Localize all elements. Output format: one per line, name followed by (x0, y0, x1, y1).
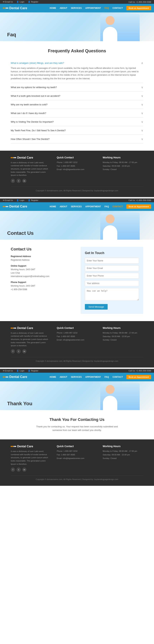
faq-question-5[interactable]: Why is Visiting The Dentist So Important… (11, 120, 143, 124)
contact-footer-fax: Fax: 1-800-587-8585 (57, 335, 97, 338)
faq-arrow-6: ∨ (141, 129, 143, 132)
faq-question-7[interactable]: How Often Should I See The Dentist? ∨ (11, 137, 143, 141)
form-phone-input[interactable] (85, 273, 139, 279)
thankyou-twitter-icon[interactable]: t (16, 468, 21, 472)
faq-arrow-2: ∨ (141, 94, 143, 98)
nav-appointment[interactable]: APPOINTMENT (85, 7, 101, 9)
thankyou-nav-home[interactable]: HOME (50, 376, 56, 378)
thankyou-title: Thank You For Contacting Us (11, 417, 143, 422)
thankyou-nav-contact[interactable]: CONTACT (112, 376, 123, 378)
form-send-button[interactable]: Send Message (85, 304, 108, 310)
contact-navbar: Dental Care HOME ABOUT SERVICES APPOINTM… (0, 202, 154, 211)
contact-address-value: Registered Address (11, 258, 74, 262)
nav-home[interactable]: HOME (50, 7, 56, 9)
thankyou-nav-about[interactable]: ABOUT (60, 376, 67, 378)
thankyou-topbar: ✉ Email Us 👤 Login 👤 Register Call Us: +… (0, 369, 154, 373)
contact-footer-contact-title: Quick Contact (57, 326, 97, 329)
contact-register-link[interactable]: 👤 Register (28, 199, 38, 202)
contact-doctor-image (100, 213, 140, 240)
thankyou-facebook-icon[interactable]: f (11, 468, 15, 472)
nav-services[interactable]: SERVICES (71, 7, 82, 9)
faq-question-6[interactable]: My Teeth Feel Fine, Do I Still Need To S… (11, 129, 143, 132)
thankyou-nav-links: HOME ABOUT SERVICES APPOINTMENT FAQ CONT… (50, 375, 151, 379)
contact-hero-banner: Contact Us (0, 211, 154, 240)
contact-phone-number: +1 800-258-5588 (11, 288, 74, 291)
contact-hero-title: Contact Us (7, 230, 34, 236)
form-email-input[interactable] (85, 265, 139, 271)
contact-instagram-icon[interactable]: in (22, 349, 26, 354)
contact-nav-appointment[interactable]: APPOINTMENT (85, 205, 101, 208)
contact-book-appointment-button[interactable]: Book an Appointment (126, 204, 151, 209)
thankyou-footer-copyright: Copyright © domainname.com, All Rights R… (11, 475, 143, 480)
footer-fax: Fax: 1-800-587-8585 (57, 164, 97, 168)
contact-login-link[interactable]: 👤 Login (16, 199, 24, 202)
contact-facebook-icon[interactable]: f (11, 349, 15, 354)
footer-hours-sunday: Sunday: Closed (103, 168, 143, 171)
book-appointment-button[interactable]: Book an Appointment (126, 6, 151, 10)
faq-arrow-3: ∨ (141, 103, 143, 106)
form-title: Get In Touch (85, 251, 139, 255)
faq-question-1[interactable]: What are my options for whitening my tee… (11, 86, 143, 89)
contact-phone-label: Phone Support (11, 281, 74, 284)
form-name-input[interactable] (85, 258, 139, 264)
contact-footer-brand-col: Dental Care It uses a dictionary of over… (11, 326, 51, 354)
topbar-right: Call Us: +1-800-358-5588 (129, 1, 151, 3)
thankyou-nav-faq[interactable]: FAQ (105, 376, 109, 378)
facebook-icon[interactable]: f (11, 179, 15, 183)
form-message-input[interactable] (85, 288, 139, 300)
contact-footer-description: It uses a dictionary of over Latin word,… (11, 332, 51, 347)
faq-item-6: My Teeth Feel Fine, Do I Still Need To S… (11, 126, 143, 135)
nav-about[interactable]: ABOUT (60, 7, 67, 9)
login-link[interactable]: 👤 Login (16, 1, 24, 3)
thankyou-footer-contact-title: Quick Contact (57, 445, 97, 448)
thankyou-nav-appointment[interactable]: APPOINTMENT (85, 376, 101, 378)
form-address-input[interactable] (85, 280, 139, 286)
footer-social: f t in (11, 179, 51, 183)
faq-item-7: How Often Should I See The Dentist? ∨ (11, 135, 143, 144)
contact-phone-hours: Working hours: 24/5 GMT (11, 284, 74, 288)
phone-number: Call Us: +1-800-358-5588 (129, 1, 151, 3)
faq-question-0[interactable]: What is amalgam (silver) fillings, and a… (11, 61, 143, 65)
twitter-icon[interactable]: t (16, 179, 21, 183)
thankyou-topbar-left: ✉ Email Us 👤 Login 👤 Register (3, 370, 40, 372)
faq-item-0: What is amalgam (silver) fillings, and a… (11, 59, 143, 83)
faq-item-2: What if a tooth gets knocked out in an a… (11, 92, 143, 100)
register-link[interactable]: 👤 Register (28, 1, 38, 3)
faq-footer: Dental Care It uses a dictionary of over… (0, 151, 154, 197)
contact-footer-hours-weekday: Monday to Friday: 08:00 AM - 17:00 pm (103, 331, 143, 335)
footer-hours-col: Working Hours Monday to Friday: 08:00 AM… (103, 156, 143, 183)
thankyou-login-link[interactable]: 👤 Login (16, 370, 24, 372)
thankyou-footer-grid: Dental Care It uses a dictionary of over… (11, 445, 143, 472)
topbar-left: ✉ Email Us 👤 Login 👤 Register (3, 1, 40, 3)
thankyou-instagram-icon[interactable]: in (22, 468, 26, 472)
faq-question-4[interactable]: What can I do if I have dry mouth? ∨ (11, 112, 143, 115)
nav-contact[interactable]: CONTACT (112, 7, 123, 9)
contact-nav-services[interactable]: SERVICES (71, 205, 82, 208)
instagram-icon[interactable]: in (22, 179, 26, 183)
thankyou-footer-social: f t in (11, 468, 51, 472)
contact-grid: Contact Us Registered Address Registered… (11, 247, 143, 314)
footer-contact-col: Quick Contact Phone: 1-800-987-3232 Fax:… (57, 156, 97, 183)
faq-answer-0: There are many variations of passages of… (11, 66, 143, 80)
thankyou-book-appointment-button[interactable]: Book an Appointment (126, 375, 151, 379)
thankyou-footer-hours-weekday: Monday to Friday: 08:00 AM - 17:00 pm (103, 450, 143, 453)
contact-nav-faq[interactable]: FAQ (105, 205, 109, 208)
faq-question-2[interactable]: What if a tooth gets knocked out in an a… (11, 94, 143, 98)
contact-twitter-icon[interactable]: t (16, 349, 21, 354)
contact-nav-contact[interactable]: CONTACT (112, 205, 123, 208)
nav-links: HOME ABOUT SERVICES APPOINTMENT FAQ CONT… (50, 6, 151, 10)
contact-nav-about[interactable]: ABOUT (60, 205, 67, 208)
email-us-link[interactable]: ✉ Email Us (3, 1, 13, 3)
thankyou-content: Thank You For Contacting Us Thank you fo… (0, 410, 154, 440)
faq-question-3[interactable]: Why are my teeth sensitive to cold? ∨ (11, 103, 143, 106)
thankyou-nav-services[interactable]: SERVICES (71, 376, 82, 378)
thankyou-text: Thank you for contacting us. Your reques… (32, 425, 122, 432)
contact-nav-links: HOME ABOUT SERVICES APPOINTMENT FAQ CONT… (50, 204, 151, 209)
thankyou-hero-title: Thank You (7, 401, 32, 406)
thankyou-email-us-link[interactable]: ✉ Email Us (3, 370, 13, 372)
contact-footer-grid: Dental Care It uses a dictionary of over… (11, 326, 143, 354)
nav-faq[interactable]: FAQ (105, 7, 109, 9)
thankyou-register-link[interactable]: 👤 Register (28, 370, 38, 372)
contact-nav-home[interactable]: HOME (50, 205, 56, 208)
contact-email-us-link[interactable]: ✉ Email Us (3, 199, 13, 202)
